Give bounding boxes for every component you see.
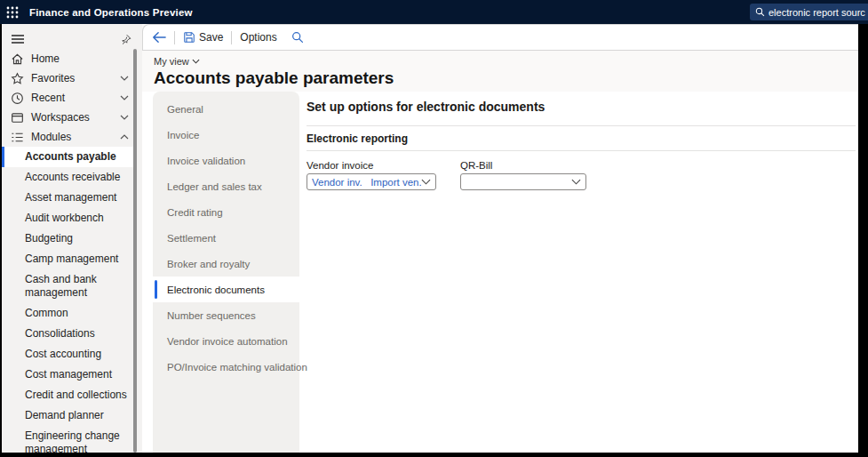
qr-bill-label: QR-Bill bbox=[460, 160, 586, 171]
page-title: Accounts payable parameters bbox=[154, 68, 858, 88]
section-title-electronic-reporting: Electronic reporting bbox=[307, 126, 856, 150]
tab-broker-and-royalty[interactable]: Broker and royalty bbox=[153, 251, 299, 277]
sidebar-item-accounts-receivable[interactable]: Accounts receivable bbox=[2, 167, 142, 188]
back-button[interactable] bbox=[152, 31, 166, 44]
chevron-up-icon bbox=[120, 134, 129, 140]
waffle-icon bbox=[6, 6, 19, 19]
sidebar-item-cost-accounting[interactable]: Cost accounting bbox=[2, 344, 142, 365]
menu-icon bbox=[12, 34, 24, 44]
tab-settlement[interactable]: Settlement bbox=[153, 225, 299, 251]
content-area: Save Options My view bbox=[142, 24, 858, 453]
options-label: Options bbox=[240, 31, 276, 44]
sidebar-item-recent[interactable]: Recent bbox=[2, 88, 142, 108]
sidebar-item-camp-management[interactable]: Camp management bbox=[2, 249, 142, 269]
sidebar-item-label: Home bbox=[31, 52, 142, 65]
sidebar-item-credit-and-collections[interactable]: Credit and collections bbox=[2, 385, 142, 405]
main-panel: General Invoice Invoice validation Ledge… bbox=[142, 92, 858, 453]
chevron-down-icon[interactable] bbox=[571, 179, 581, 185]
back-arrow-icon bbox=[152, 31, 166, 44]
tab-electronic-documents[interactable]: Electronic documents bbox=[153, 277, 299, 302]
save-button[interactable]: Save bbox=[183, 31, 223, 44]
page-header: My view Accounts payable parameters bbox=[142, 51, 858, 92]
sidebar-item-workspaces[interactable]: Workspaces bbox=[2, 108, 142, 127]
tab-invoice-validation[interactable]: Invoice validation bbox=[153, 148, 299, 173]
sidebar-item-audit-workbench[interactable]: Audit workbench bbox=[2, 208, 142, 228]
sidebar-item-cash-and-bank-management[interactable]: Cash and bank management bbox=[2, 269, 142, 303]
qr-bill-combobox[interactable] bbox=[460, 173, 586, 190]
app-launcher-button[interactable] bbox=[6, 6, 19, 19]
workspaces-icon bbox=[10, 111, 24, 124]
sidebar-item-label: Favorites bbox=[31, 72, 120, 84]
sidebar-item-common[interactable]: Common bbox=[2, 303, 142, 324]
tab-ledger-and-sales-tax[interactable]: Ledger and sales tax bbox=[153, 173, 299, 199]
sidebar-item-accounts-payable[interactable]: Accounts payable bbox=[2, 147, 137, 167]
vendor-invoice-model-link[interactable]: Vendor inv... bbox=[312, 177, 362, 188]
view-selector-label: My view bbox=[154, 56, 189, 67]
chevron-down-icon bbox=[120, 95, 129, 100]
chevron-down-icon bbox=[120, 76, 129, 81]
action-pane: Save Options bbox=[142, 24, 858, 51]
import-vendor-invoices-link[interactable]: Import ven... bbox=[370, 177, 421, 188]
sidebar-item-engineering-change-management[interactable]: Engineering change management bbox=[2, 426, 142, 453]
nav-item-list: Home Favorites bbox=[2, 49, 142, 453]
divider bbox=[307, 150, 856, 151]
form-heading: Set up options for electronic documents bbox=[307, 100, 856, 114]
options-button[interactable]: Options bbox=[240, 31, 276, 44]
sidebar-item-demand-planner[interactable]: Demand planner bbox=[2, 405, 142, 426]
global-search-value: electronic report sourc bbox=[768, 7, 865, 18]
global-search-input[interactable]: electronic report sourc bbox=[750, 4, 868, 20]
app-body: Home Favorites bbox=[2, 24, 858, 453]
sidebar-item-asset-management[interactable]: Asset management bbox=[2, 188, 142, 208]
dynamics-365-window: Finance and Operations Preview electroni… bbox=[0, 0, 868, 457]
sidebar-item-modules[interactable]: Modules bbox=[2, 127, 142, 147]
unpin-navigation-button[interactable] bbox=[120, 34, 131, 45]
chevron-down-icon bbox=[192, 59, 200, 64]
tab-credit-rating[interactable]: Credit rating bbox=[153, 199, 299, 225]
pin-icon bbox=[120, 34, 131, 45]
top-navigation-bar: Finance and Operations Preview electroni… bbox=[0, 0, 868, 24]
view-selector[interactable]: My view bbox=[154, 56, 200, 67]
sidebar-item-home[interactable]: Home bbox=[2, 49, 142, 68]
tab-po-invoice-matching-validation[interactable]: PO/Invoice matching validation bbox=[153, 354, 299, 380]
sidebar-item-budgeting[interactable]: Budgeting bbox=[2, 228, 142, 249]
sidebar-item-label: Modules bbox=[31, 131, 120, 143]
sidebar-scrollbar[interactable] bbox=[133, 49, 137, 453]
chevron-down-icon[interactable] bbox=[421, 179, 431, 185]
modules-icon bbox=[10, 131, 24, 144]
app-title: Finance and Operations Preview bbox=[29, 7, 193, 18]
qr-bill-field: QR-Bill bbox=[460, 160, 586, 190]
divider bbox=[231, 31, 232, 44]
save-label: Save bbox=[199, 31, 223, 44]
search-icon bbox=[291, 31, 304, 44]
sidebar-item-label: Recent bbox=[31, 92, 120, 104]
sidebar-item-cost-management[interactable]: Cost management bbox=[2, 365, 142, 385]
sidebar-item-favorites[interactable]: Favorites bbox=[2, 68, 142, 88]
chevron-down-icon bbox=[120, 115, 129, 120]
save-icon bbox=[183, 31, 195, 44]
tab-number-sequences[interactable]: Number sequences bbox=[153, 302, 299, 328]
search-in-form-button[interactable] bbox=[291, 31, 304, 44]
search-icon bbox=[755, 7, 765, 17]
hamburger-menu-button[interactable] bbox=[12, 34, 24, 44]
sidebar-item-label: Workspaces bbox=[31, 111, 120, 124]
vendor-invoice-field: Vendor invoice Vendor inv... Import ven.… bbox=[307, 160, 436, 190]
star-icon bbox=[10, 72, 24, 85]
tab-invoice[interactable]: Invoice bbox=[153, 122, 299, 148]
tab-general[interactable]: General bbox=[153, 96, 299, 122]
tab-vendor-invoice-automation[interactable]: Vendor invoice automation bbox=[153, 328, 299, 354]
navigation-sidebar: Home Favorites bbox=[2, 24, 142, 453]
clock-icon bbox=[10, 92, 24, 105]
vertical-tab-list: General Invoice Invoice validation Ledge… bbox=[153, 92, 299, 453]
home-icon bbox=[10, 52, 24, 66]
field-group: Vendor invoice Vendor inv... Import ven.… bbox=[307, 160, 856, 190]
sidebar-item-consolidations[interactable]: Consolidations bbox=[2, 324, 142, 344]
vendor-invoice-combobox[interactable]: Vendor inv... Import ven... bbox=[307, 173, 436, 190]
electronic-documents-form: Set up options for electronic documents … bbox=[307, 92, 856, 453]
divider bbox=[174, 31, 175, 44]
vendor-invoice-label: Vendor invoice bbox=[307, 160, 436, 171]
